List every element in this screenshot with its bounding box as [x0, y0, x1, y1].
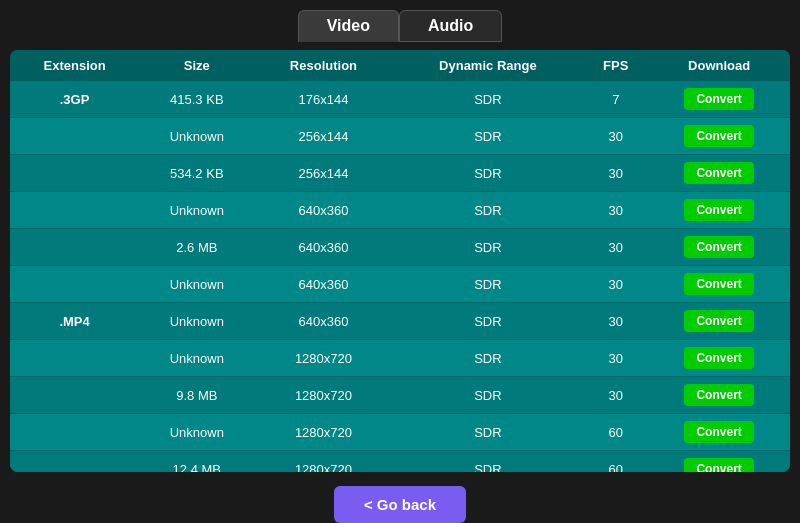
convert-button[interactable]: Convert	[684, 384, 753, 406]
cell-resolution: 1280x720	[254, 414, 392, 451]
cell-dynamic-range: SDR	[392, 451, 583, 473]
video-table: Extension Size Resolution Dynamic Range …	[10, 50, 790, 472]
cell-dynamic-range: SDR	[392, 377, 583, 414]
table-row: 2.6 MB640x360SDR30Convert	[10, 229, 790, 266]
convert-button[interactable]: Convert	[684, 310, 753, 332]
table-row: .3GP415.3 KB176x144SDR7Convert	[10, 81, 790, 118]
table-row: 9.8 MB1280x720SDR30Convert	[10, 377, 790, 414]
cell-size: Unknown	[139, 340, 254, 377]
cell-download[interactable]: Convert	[648, 118, 790, 155]
convert-button[interactable]: Convert	[684, 88, 753, 110]
tab-bar: Video Audio	[298, 10, 503, 42]
cell-resolution: 256x144	[254, 118, 392, 155]
cell-download[interactable]: Convert	[648, 229, 790, 266]
cell-resolution: 1280x720	[254, 340, 392, 377]
col-resolution: Resolution	[254, 50, 392, 81]
cell-download[interactable]: Convert	[648, 377, 790, 414]
col-download: Download	[648, 50, 790, 81]
go-back-button[interactable]: < Go back	[334, 486, 466, 523]
cell-download[interactable]: Convert	[648, 303, 790, 340]
cell-fps: 30	[583, 303, 648, 340]
cell-size: Unknown	[139, 414, 254, 451]
cell-dynamic-range: SDR	[392, 229, 583, 266]
cell-resolution: 256x144	[254, 155, 392, 192]
table-header-row: Extension Size Resolution Dynamic Range …	[10, 50, 790, 81]
table-body: .3GP415.3 KB176x144SDR7ConvertUnknown256…	[10, 81, 790, 472]
cell-fps: 30	[583, 192, 648, 229]
table-row: Unknown1280x720SDR30Convert	[10, 340, 790, 377]
cell-download[interactable]: Convert	[648, 266, 790, 303]
convert-button[interactable]: Convert	[684, 162, 753, 184]
cell-fps: 30	[583, 377, 648, 414]
cell-fps: 30	[583, 340, 648, 377]
cell-dynamic-range: SDR	[392, 81, 583, 118]
convert-button[interactable]: Convert	[684, 458, 753, 472]
col-fps: FPS	[583, 50, 648, 81]
cell-fps: 7	[583, 81, 648, 118]
cell-extension	[10, 266, 139, 303]
cell-dynamic-range: SDR	[392, 192, 583, 229]
cell-extension	[10, 192, 139, 229]
cell-fps: 30	[583, 266, 648, 303]
video-table-container: Extension Size Resolution Dynamic Range …	[10, 50, 790, 472]
cell-dynamic-range: SDR	[392, 118, 583, 155]
cell-resolution: 640x360	[254, 303, 392, 340]
cell-fps: 30	[583, 229, 648, 266]
cell-download[interactable]: Convert	[648, 451, 790, 473]
cell-size: Unknown	[139, 192, 254, 229]
table-row: 12.4 MB1280x720SDR60Convert	[10, 451, 790, 473]
cell-resolution: 1280x720	[254, 451, 392, 473]
cell-size: Unknown	[139, 266, 254, 303]
cell-extension: .3GP	[10, 81, 139, 118]
cell-fps: 60	[583, 414, 648, 451]
table-row: Unknown640x360SDR30Convert	[10, 266, 790, 303]
col-dynamic-range: Dynamic Range	[392, 50, 583, 81]
cell-download[interactable]: Convert	[648, 81, 790, 118]
table-row: 534.2 KB256x144SDR30Convert	[10, 155, 790, 192]
cell-size: 2.6 MB	[139, 229, 254, 266]
convert-button[interactable]: Convert	[684, 421, 753, 443]
cell-size: 12.4 MB	[139, 451, 254, 473]
cell-size: 9.8 MB	[139, 377, 254, 414]
convert-button[interactable]: Convert	[684, 236, 753, 258]
cell-dynamic-range: SDR	[392, 414, 583, 451]
cell-extension	[10, 229, 139, 266]
convert-button[interactable]: Convert	[684, 347, 753, 369]
cell-resolution: 176x144	[254, 81, 392, 118]
table-row: Unknown640x360SDR30Convert	[10, 192, 790, 229]
tab-audio[interactable]: Audio	[399, 10, 502, 42]
convert-button[interactable]: Convert	[684, 273, 753, 295]
cell-fps: 60	[583, 451, 648, 473]
cell-resolution: 640x360	[254, 192, 392, 229]
cell-download[interactable]: Convert	[648, 192, 790, 229]
tab-video[interactable]: Video	[298, 10, 399, 42]
cell-extension: .MP4	[10, 303, 139, 340]
cell-dynamic-range: SDR	[392, 155, 583, 192]
cell-size: Unknown	[139, 118, 254, 155]
cell-resolution: 1280x720	[254, 377, 392, 414]
cell-resolution: 640x360	[254, 266, 392, 303]
cell-dynamic-range: SDR	[392, 303, 583, 340]
cell-extension	[10, 451, 139, 473]
cell-extension	[10, 377, 139, 414]
cell-download[interactable]: Convert	[648, 340, 790, 377]
cell-dynamic-range: SDR	[392, 340, 583, 377]
cell-extension	[10, 340, 139, 377]
table-row: Unknown1280x720SDR60Convert	[10, 414, 790, 451]
col-size: Size	[139, 50, 254, 81]
cell-size: Unknown	[139, 303, 254, 340]
table-row: .MP4Unknown640x360SDR30Convert	[10, 303, 790, 340]
cell-size: 415.3 KB	[139, 81, 254, 118]
cell-dynamic-range: SDR	[392, 266, 583, 303]
cell-fps: 30	[583, 118, 648, 155]
cell-fps: 30	[583, 155, 648, 192]
cell-download[interactable]: Convert	[648, 414, 790, 451]
col-extension: Extension	[10, 50, 139, 81]
convert-button[interactable]: Convert	[684, 199, 753, 221]
cell-extension	[10, 118, 139, 155]
cell-size: 534.2 KB	[139, 155, 254, 192]
cell-download[interactable]: Convert	[648, 155, 790, 192]
table-row: Unknown256x144SDR30Convert	[10, 118, 790, 155]
convert-button[interactable]: Convert	[684, 125, 753, 147]
cell-extension	[10, 414, 139, 451]
